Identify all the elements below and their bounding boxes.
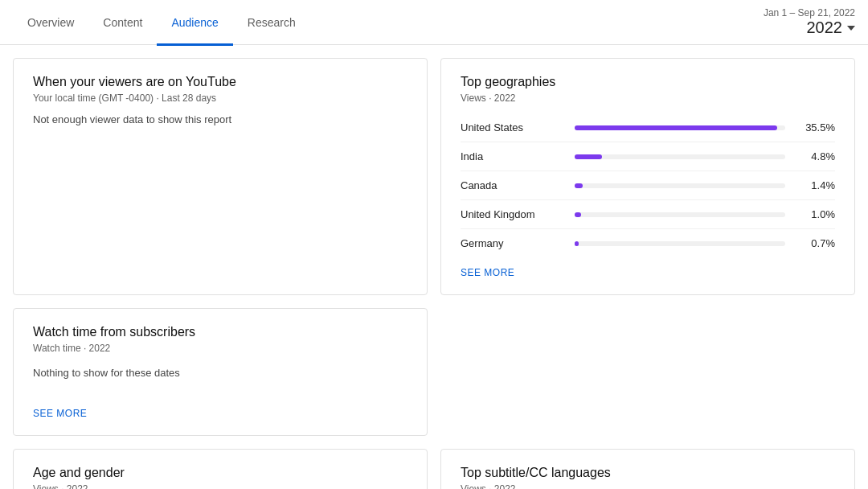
- viewers-empty-text: Not enough viewer data to show this repo…: [33, 113, 407, 125]
- list-item: United Kingdom 1.0%: [461, 200, 835, 229]
- geo-bar-fill-us: [575, 125, 777, 130]
- geo-value-uk: 1.0%: [795, 208, 835, 220]
- age-gender-card: Age and gender Views · 2022 Female 88.0%…: [13, 449, 428, 489]
- geographies-card-title: Top geographies: [461, 75, 835, 89]
- viewers-when-card: When your viewers are on YouTube Your lo…: [13, 58, 428, 295]
- tab-content[interactable]: Content: [88, 2, 157, 46]
- tab-audience[interactable]: Audience: [157, 2, 232, 46]
- geographies-see-more[interactable]: SEE MORE: [461, 267, 514, 278]
- age-gender-subtitle: Views · 2022: [33, 483, 407, 489]
- geo-bar-track-canada: [575, 183, 785, 188]
- geo-bar-fill-canada: [575, 183, 583, 188]
- geo-bar-fill-uk: [575, 212, 581, 217]
- date-year: 2022: [807, 18, 856, 37]
- subtitle-card-subtitle: Views · 2022: [461, 483, 835, 489]
- watch-time-see-more[interactable]: SEE MORE: [33, 408, 87, 419]
- main-content: When your viewers are on YouTube Your lo…: [0, 45, 868, 489]
- watch-time-nothing-text: Nothing to show for these dates: [33, 367, 407, 379]
- geographies-card: Top geographies Views · 2022 United Stat…: [440, 58, 855, 295]
- date-range-label: Jan 1 – Sep 21, 2022: [764, 7, 855, 18]
- subtitle-card: Top subtitle/CC languages Views · 2022 N…: [440, 449, 855, 489]
- viewers-card-subtitle: Your local time (GMT -0400) · Last 28 da…: [33, 92, 407, 104]
- subtitle-card-title: Top subtitle/CC languages: [461, 466, 835, 480]
- tab-overview[interactable]: Overview: [13, 2, 88, 46]
- geo-label-germany: Germany: [461, 237, 565, 249]
- geo-value-germany: 0.7%: [795, 237, 835, 249]
- geo-value-us: 35.5%: [795, 121, 835, 134]
- geo-label-india: India: [461, 150, 565, 162]
- tab-research[interactable]: Research: [233, 2, 310, 46]
- geo-bar-track-germany: [575, 241, 785, 246]
- geo-bar-track-uk: [575, 212, 785, 217]
- geo-bar-fill-india: [575, 154, 602, 159]
- list-item: Germany 0.7%: [461, 229, 835, 257]
- viewers-card-title: When your viewers are on YouTube: [33, 75, 407, 89]
- chevron-down-icon: [847, 26, 855, 31]
- watch-time-subtitle: Watch time · 2022: [33, 343, 407, 354]
- geo-bar-fill-germany: [575, 241, 579, 246]
- geo-label-uk: United Kingdom: [461, 208, 565, 220]
- geo-value-canada: 1.4%: [795, 179, 835, 191]
- age-gender-title: Age and gender: [33, 466, 407, 480]
- watch-time-title: Watch time from subscribers: [33, 325, 407, 339]
- geographies-card-subtitle: Views · 2022: [461, 92, 835, 104]
- geo-bar-track-us: [575, 125, 785, 130]
- list-item: Canada 1.4%: [461, 171, 835, 200]
- watch-time-card: Watch time from subscribers Watch time ·…: [13, 308, 428, 436]
- geo-label-us: United States: [461, 121, 565, 134]
- date-selector[interactable]: Jan 1 – Sep 21, 2022 2022: [764, 7, 855, 37]
- top-navigation: Overview Content Audience Research Jan 1…: [0, 0, 868, 45]
- nav-tabs: Overview Content Audience Research: [13, 0, 310, 44]
- geo-value-india: 4.8%: [795, 150, 835, 162]
- geo-bar-track-india: [575, 154, 785, 159]
- list-item: India 4.8%: [461, 142, 835, 171]
- list-item: United States 35.5%: [461, 113, 835, 142]
- geo-label-canada: Canada: [461, 179, 565, 191]
